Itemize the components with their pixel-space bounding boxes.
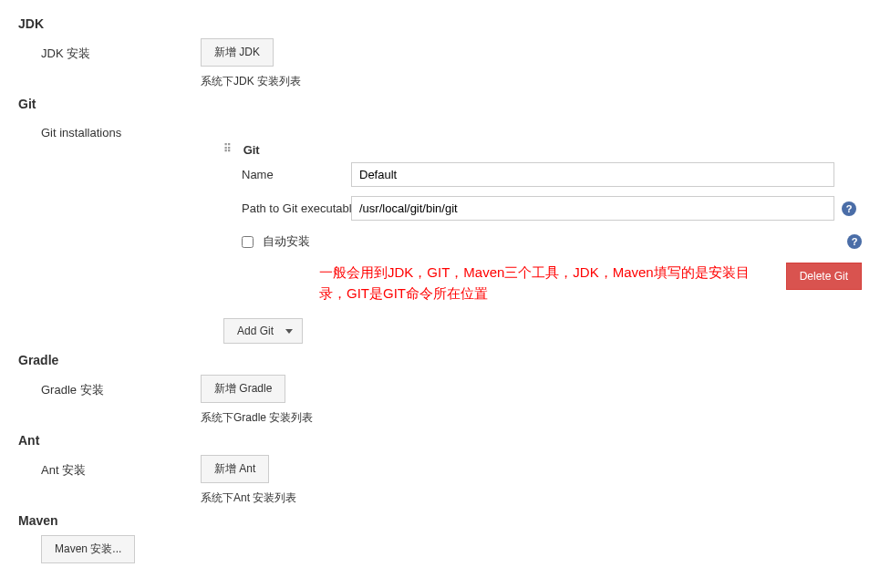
git-installations-label: Git installations [18,119,201,139]
gradle-install-label: Gradle 安装 [18,375,201,398]
add-git-label: Add Git [237,325,274,337]
ant-install-label: Ant 安装 [18,455,201,479]
delete-git-button[interactable]: Delete Git [786,263,862,290]
jdk-caption: 系统下JDK 安装列表 [201,74,862,89]
maven-install-button[interactable]: Maven 安装... [41,535,135,563]
git-section-header: Git [18,97,862,111]
auto-install-checkbox[interactable] [242,236,254,248]
add-ant-button[interactable]: 新增 Ant [201,455,269,483]
git-box-title: Git [243,143,260,157]
ant-section-header: Ant [18,433,862,448]
add-git-button[interactable]: Add Git [223,318,303,344]
ant-caption: 系统下Ant 安装列表 [201,490,862,506]
help-icon[interactable]: ? [847,234,862,249]
gradle-caption: 系统下Gradle 安装列表 [201,410,862,426]
add-gradle-button[interactable]: 新增 Gradle [201,375,285,403]
drag-handle-icon[interactable]: ⠿ [223,146,234,157]
help-icon[interactable]: ? [842,201,856,216]
maven-section-header: Maven [18,513,862,528]
annotation-text: 一般会用到JDK，GIT，Maven三个工具，JDK，Maven填写的是安装目录… [319,263,757,304]
git-path-label: Path to Git executable [223,201,351,215]
git-name-label: Name [223,168,351,181]
git-name-input[interactable] [351,162,834,187]
git-path-input[interactable] [351,196,834,221]
jdk-section-header: JDK [18,16,862,31]
auto-install-label: 自动安装 [263,233,310,250]
jdk-install-label: JDK 安装 [18,38,201,62]
add-jdk-button[interactable]: 新增 JDK [201,38,274,67]
chevron-down-icon [285,329,293,334]
gradle-section-header: Gradle [18,353,862,367]
